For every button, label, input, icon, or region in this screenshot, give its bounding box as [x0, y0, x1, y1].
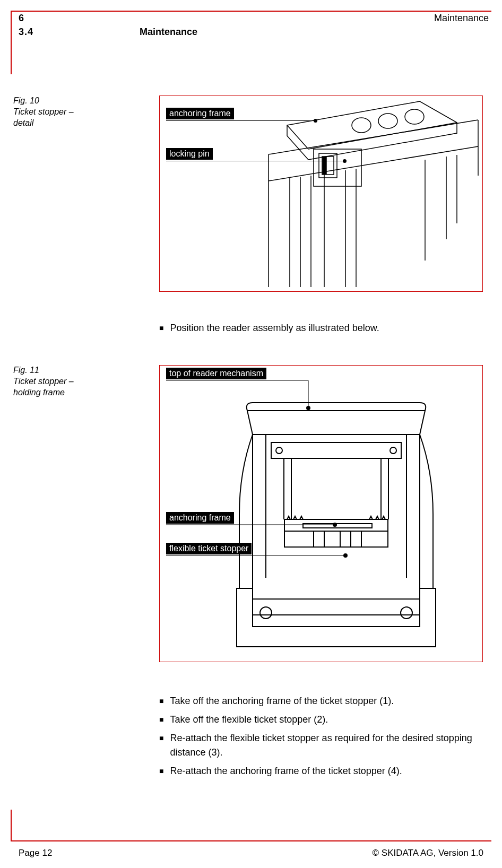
fig10-drawing	[160, 96, 482, 291]
square-bullet-icon: ■	[159, 764, 163, 778]
fig10-dot-locking	[343, 159, 347, 163]
header-category: Maintenance	[434, 13, 489, 24]
page-header: 6 Maintenance	[19, 13, 489, 24]
instruction-text: Re-attach the anchoring frame of the tic…	[170, 764, 486, 778]
fig10-line-locking	[166, 161, 344, 161]
svg-point-4	[378, 114, 397, 128]
figure-10: anchoring frame locking pin	[159, 96, 483, 292]
instruction-text: Take off the anchoring frame of the tick…	[170, 694, 486, 708]
bullet-item: ■ Take off the anchoring frame of the ti…	[159, 694, 486, 708]
bullet-item: ■ Re-attach the anchoring frame of the t…	[159, 764, 486, 778]
fig10-caption-line1: Fig. 10	[13, 96, 93, 107]
fig10-caption: Fig. 10 Ticket stopper – detail	[13, 96, 93, 128]
square-bullet-icon: ■	[159, 713, 163, 727]
instruction-block-1: ■ Position the reader assembly as illust…	[159, 321, 486, 340]
fig10-dot-anchoring	[314, 119, 317, 123]
fig11-caption-line2: Ticket stopper –	[13, 376, 93, 387]
page-border-left-bottom	[11, 810, 12, 841]
page-footer: Page 12 © SKIDATA AG, Version 1.0	[19, 848, 483, 858]
fig11-callout-anchoring-frame: anchoring frame	[166, 512, 234, 524]
page-border-top	[11, 11, 491, 12]
fig11-caption-line1: Fig. 11	[13, 365, 93, 376]
instruction-text: Re-attach the flexible ticket stopper as…	[170, 731, 486, 760]
fig10-line-anchoring	[166, 120, 315, 121]
fig11-caption: Fig. 11 Ticket stopper – holding frame	[13, 365, 93, 398]
figure-11: top of reader mechanism anchoring frame …	[159, 365, 483, 662]
fig11-caption-line3: holding frame	[13, 387, 93, 398]
fig10-caption-line2: Ticket stopper –	[13, 107, 93, 118]
fig10-callout-anchoring-frame: anchoring frame	[166, 108, 234, 119]
svg-marker-0	[287, 101, 457, 160]
instruction-text: Position the reader assembly as illustra…	[170, 321, 486, 335]
svg-point-54	[343, 553, 348, 558]
svg-rect-24	[323, 157, 326, 174]
svg-line-1	[287, 125, 308, 149]
square-bullet-icon: ■	[159, 321, 163, 335]
square-bullet-icon: ■	[159, 694, 163, 708]
fig10-callout-locking-pin: locking pin	[166, 148, 213, 160]
fig11-callout-flexible-stopper: flexible ticket stopper	[166, 543, 252, 554]
instruction-block-2: ■ Take off the anchoring frame of the ti…	[159, 694, 486, 783]
footer-copyright: © SKIDATA AG, Version 1.0	[373, 848, 483, 858]
page-subheader: 3.4 Maintenance	[19, 27, 197, 38]
square-bullet-icon: ■	[159, 731, 163, 760]
fig10-caption-line3: detail	[13, 118, 93, 129]
page-border-bottom	[11, 840, 491, 841]
svg-line-6	[269, 120, 478, 154]
svg-point-3	[352, 118, 371, 133]
footer-page-number: Page 12	[19, 848, 52, 858]
section-number: 3.4	[19, 27, 33, 38]
instruction-text: Take off the flexible ticket stopper (2)…	[170, 713, 486, 727]
bullet-item: ■ Re-attach the flexible ticket stopper …	[159, 731, 486, 760]
header-page-number: 6	[19, 13, 24, 24]
section-title: Maintenance	[140, 27, 197, 38]
svg-point-5	[405, 109, 424, 124]
bullet-item: ■ Position the reader assembly as illust…	[159, 321, 486, 335]
svg-point-50	[306, 406, 310, 410]
page-border-left	[11, 11, 12, 74]
svg-point-52	[333, 523, 337, 527]
bullet-item: ■ Take off the flexible ticket stopper (…	[159, 713, 486, 727]
